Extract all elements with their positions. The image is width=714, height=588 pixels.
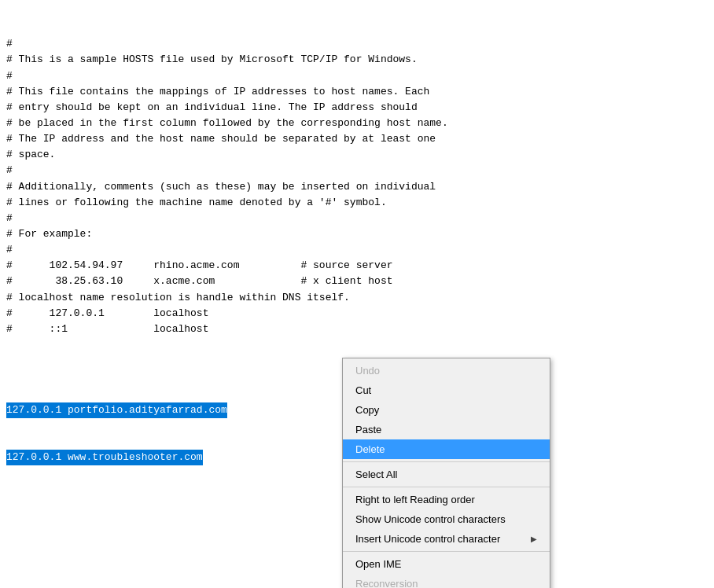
menu-label-insert-unicode: Insert Unicode control character [355,533,500,545]
menu-separator [343,487,550,487]
editor-line: # For example: [6,226,708,242]
menu-label-undo: Undo [355,365,380,377]
menu-item-undo: Undo [343,361,550,380]
menu-label-select-all: Select All [355,469,397,480]
editor-line: # This is a sample HOSTS file used by Mi… [6,52,708,68]
menu-label-show-unicode: Show Unicode control characters [355,513,506,525]
menu-label-reconversion: Reconversion [355,578,418,588]
menu-item-cut[interactable]: Cut [343,380,550,400]
editor-line: # [6,36,708,52]
editor-line: # Additionally, comments (such as these)… [6,179,708,195]
editor-line: # This file contains the mappings of IP … [6,84,708,100]
editor-line: # The IP address and the host name shoul… [6,131,708,147]
context-menu: UndoCutCopyPasteDeleteSelect AllRight to… [342,358,550,588]
editor-lines: ## This is a sample HOSTS file used by M… [6,36,708,337]
menu-item-copy[interactable]: Copy [343,400,550,420]
menu-label-cut: Cut [355,384,371,396]
submenu-chevron-icon: ▶ [531,535,537,543]
editor-line: # 38.25.63.10 x.acme.com # x client host [6,274,708,289]
menu-item-reconversion: Reconversion [343,574,550,588]
menu-label-rtl: Right to left Reading order [355,494,475,505]
editor-line: # 102.54.94.97 rhino.acme.com # source s… [6,258,708,274]
selected-line-2: 127.0.0.1 www.troubleshooter.com [6,450,203,465]
editor-line: # ::1 localhost [6,322,708,337]
editor-line: # [6,68,708,84]
menu-item-open-ime[interactable]: Open IME [343,554,550,574]
editor-line: # lines or following the machine name de… [6,195,708,211]
menu-label-paste: Paste [355,424,381,435]
menu-label-open-ime: Open IME [355,558,402,570]
menu-separator [343,461,550,462]
menu-item-rtl[interactable]: Right to left Reading order [343,490,550,509]
menu-label-delete: Delete [355,443,385,455]
menu-item-show-unicode[interactable]: Show Unicode control characters [343,509,550,529]
editor-line: # [6,211,708,226]
editor-line: # space. [6,147,708,163]
editor-line: # 127.0.0.1 localhost [6,306,708,322]
menu-item-delete[interactable]: Delete [343,439,550,459]
menu-separator [343,551,550,552]
menu-item-paste[interactable]: Paste [343,420,550,439]
editor-line: # [6,163,708,178]
menu-item-select-all[interactable]: Select All [343,465,550,484]
editor-line: # be placed in the first column followed… [6,116,708,131]
editor-line: # localhost name resolution is handle wi… [6,290,708,306]
menu-label-copy: Copy [355,404,379,416]
menu-item-insert-unicode[interactable]: Insert Unicode control character▶ [343,529,550,549]
editor-line: # [6,242,708,258]
editor-line: # entry should be kept on an individual … [6,100,708,116]
selected-line-1: 127.0.0.1 portfolio.adityafarrad.com [6,402,227,418]
